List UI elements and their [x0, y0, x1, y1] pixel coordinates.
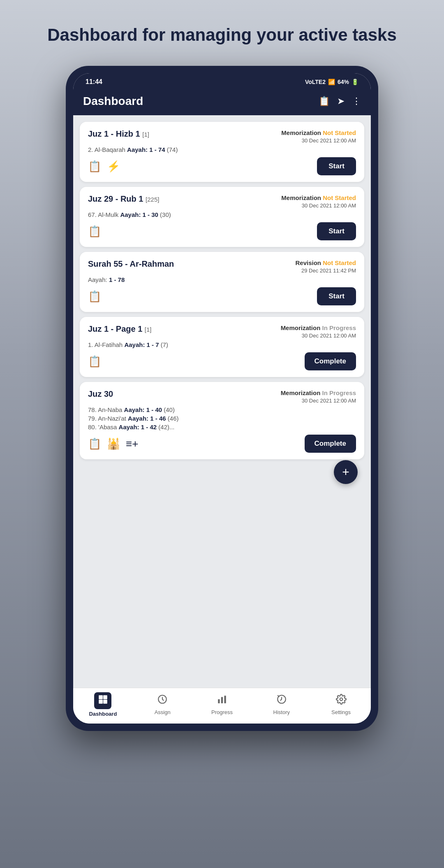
card-subtitle: 1. Al-Fatihah Aayah: 1 - 7 (7)	[88, 341, 356, 348]
card-type-status: Memorization Not Started	[281, 194, 356, 202]
start-button[interactable]: Start	[317, 222, 356, 240]
card-meta: Revision Not Started 29 Dec 2021 11:42 P…	[295, 259, 356, 274]
card-title: Juz 1 - Hizb 1	[88, 129, 142, 138]
card-type: Memorization	[281, 129, 323, 136]
phone-screen: 11:44 VoLTE2 📶 64% 🔋 Dashboard 📋 ➤ ⋮	[73, 73, 371, 724]
card-title: Juz 30	[88, 389, 113, 398]
card-title-area: Juz 1 - Page 1 [1]	[88, 324, 152, 334]
task-card: Juz 1 - Hizb 1 [1] Memorization Not Star…	[80, 122, 364, 182]
card-type: Revision	[295, 259, 323, 266]
app-header: Dashboard 📋 ➤ ⋮	[73, 89, 371, 115]
start-button[interactable]: Start	[317, 157, 356, 175]
card-top: Juz 1 - Page 1 [1] Memorization In Progr…	[88, 324, 356, 339]
card-bottom: 📋 Start	[88, 222, 356, 240]
complete-button[interactable]: Complete	[305, 352, 356, 370]
complete-button[interactable]: Complete	[305, 435, 356, 453]
svg-rect-1	[103, 696, 107, 700]
task-card: Surah 55 - Ar-Rahman Revision Not Starte…	[80, 252, 364, 312]
card-meta: Memorization In Progress 30 Dec 2021 12:…	[281, 324, 356, 339]
card-bottom: 📋 ⚡ Start	[88, 157, 356, 175]
card-title-area: Juz 1 - Hizb 1 [1]	[88, 129, 149, 139]
card-top: Surah 55 - Ar-Rahman Revision Not Starte…	[88, 259, 356, 274]
task-card: Juz 1 - Page 1 [1] Memorization In Progr…	[80, 317, 364, 377]
lightning-icon[interactable]: ⚡	[107, 160, 120, 173]
clipboard-card-icon[interactable]: 📋	[88, 355, 101, 368]
history-icon	[276, 694, 287, 707]
clipboard-card-icon[interactable]: 📋	[88, 160, 101, 173]
header-icons: 📋 ➤ ⋮	[319, 96, 361, 107]
card-type: Memorization	[281, 389, 322, 396]
content-area: Juz 1 - Hizb 1 [1] Memorization Not Star…	[73, 115, 371, 688]
fab-add-button[interactable]: +	[334, 460, 358, 484]
add-list-icon[interactable]: ≡+	[126, 437, 138, 450]
card-title-area: Juz 30	[88, 389, 113, 399]
card-status: Not Started	[323, 259, 356, 266]
nav-item-progress[interactable]: Progress	[192, 694, 252, 715]
bottom-nav: Dashboard Assign	[73, 688, 371, 724]
card-top: Juz 29 - Rub 1 [225] Memorization Not St…	[88, 194, 356, 209]
fab-plus-icon: +	[342, 465, 349, 479]
card-meta: Memorization Not Started 30 Dec 2021 12:…	[281, 194, 356, 209]
nav-item-history[interactable]: History	[252, 694, 311, 715]
status-right: VoLTE2 📶 64% 🔋	[305, 79, 358, 85]
share-header-icon[interactable]: ➤	[337, 96, 345, 107]
svg-rect-6	[221, 697, 223, 703]
svg-rect-0	[99, 696, 103, 700]
card-date: 30 Dec 2021 12:00 AM	[281, 333, 356, 339]
more-header-icon[interactable]: ⋮	[352, 96, 361, 107]
svg-rect-2	[99, 700, 103, 704]
svg-rect-3	[103, 700, 107, 704]
card-subtitle-line3: 80. 'Abasa Aayah: 1 - 42 (42)...	[88, 424, 356, 431]
clipboard-card-icon[interactable]: 📋	[88, 437, 101, 450]
signal-bars-icon: 📶	[328, 79, 335, 85]
bar-chart-icon	[217, 694, 227, 707]
card-date: 29 Dec 2021 11:42 PM	[295, 268, 356, 274]
svg-rect-7	[224, 696, 226, 703]
card-status: In Progress	[322, 324, 356, 331]
card-action-icons: 📋	[88, 355, 101, 368]
card-subtitle: 67. Al-Mulk Aayah: 1 - 30 (30)	[88, 211, 356, 218]
card-title-id: [1]	[145, 326, 152, 333]
card-title: Surah 55 - Ar-Rahman	[88, 259, 174, 268]
phone-frame: 11:44 VoLTE2 📶 64% 🔋 Dashboard 📋 ➤ ⋮	[66, 66, 378, 731]
card-title: Juz 1 - Page 1	[88, 324, 145, 333]
card-title-area: Juz 29 - Rub 1 [225]	[88, 194, 159, 204]
battery-icon: 🔋	[352, 79, 358, 85]
clock-icon	[157, 694, 168, 707]
card-top: Juz 1 - Hizb 1 [1] Memorization Not Star…	[88, 129, 356, 144]
card-type-status: Revision Not Started	[295, 259, 356, 267]
card-top: Juz 30 Memorization In Progress 30 Dec 2…	[88, 389, 356, 404]
grid-icon	[97, 695, 108, 707]
card-status: Not Started	[323, 194, 356, 201]
nav-label-assign: Assign	[155, 709, 171, 715]
task-card: Juz 30 Memorization In Progress 30 Dec 2…	[80, 382, 364, 459]
svg-rect-5	[218, 699, 220, 703]
card-type-status: Memorization Not Started	[281, 129, 356, 137]
card-bottom: 📋 🕌 ≡+ Complete	[88, 435, 356, 453]
status-bar: 11:44 VoLTE2 📶 64% 🔋	[73, 73, 371, 89]
card-subtitle-line1: 78. An-Naba Aayah: 1 - 40 (40)	[88, 406, 356, 413]
app-header-title: Dashboard	[83, 95, 143, 108]
page-title: Dashboard for managing your active tasks	[31, 25, 413, 45]
mosque-icon[interactable]: 🕌	[107, 437, 120, 450]
nav-item-dashboard[interactable]: Dashboard	[73, 692, 133, 717]
card-status: Not Started	[323, 129, 356, 136]
nav-item-settings[interactable]: Settings	[311, 694, 371, 715]
card-type-status: Memorization In Progress	[281, 389, 356, 397]
clipboard-card-icon[interactable]: 📋	[88, 290, 101, 303]
card-subtitle: 2. Al-Baqarah Aayah: 1 - 74 (74)	[88, 146, 356, 153]
nav-label-history: History	[273, 709, 290, 715]
clipboard-header-icon[interactable]: 📋	[319, 96, 330, 107]
clipboard-card-icon[interactable]: 📋	[88, 225, 101, 238]
status-time: 11:44	[86, 78, 102, 86]
task-card: Juz 29 - Rub 1 [225] Memorization Not St…	[80, 187, 364, 247]
card-meta: Memorization In Progress 30 Dec 2021 12:…	[281, 389, 356, 404]
start-button[interactable]: Start	[317, 287, 356, 305]
card-action-icons: 📋	[88, 290, 101, 303]
nav-label-progress: Progress	[211, 709, 233, 715]
card-date: 30 Dec 2021 12:00 AM	[281, 202, 356, 209]
card-type: Memorization	[281, 194, 323, 201]
card-bottom: 📋 Complete	[88, 352, 356, 370]
card-title-id: [225]	[146, 196, 159, 203]
nav-item-assign[interactable]: Assign	[133, 694, 192, 715]
